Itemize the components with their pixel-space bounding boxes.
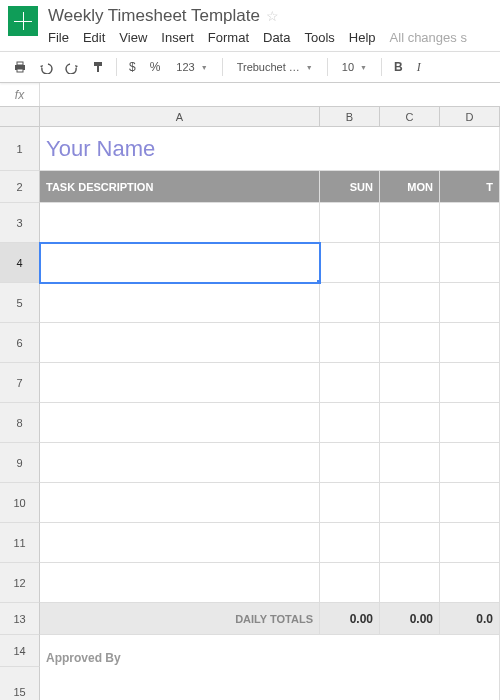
col-header-A[interactable]: A	[40, 107, 320, 127]
save-status: All changes s	[390, 30, 467, 45]
header-tue[interactable]: T	[440, 171, 500, 203]
row-header-14[interactable]: 14	[0, 635, 40, 667]
svg-rect-4	[97, 66, 99, 72]
menu-help[interactable]: Help	[349, 30, 376, 45]
menu-data[interactable]: Data	[263, 30, 290, 45]
row-header-3[interactable]: 3	[0, 203, 40, 243]
paint-format-icon[interactable]	[88, 57, 108, 77]
select-all-corner[interactable]	[0, 107, 40, 127]
cell-D12[interactable]	[440, 563, 500, 603]
cell-A9[interactable]	[40, 443, 320, 483]
row-header-9[interactable]: 9	[0, 443, 40, 483]
cell-D9[interactable]	[440, 443, 500, 483]
menu-tools[interactable]: Tools	[304, 30, 334, 45]
sheets-logo[interactable]	[8, 6, 38, 36]
cell-B9[interactable]	[320, 443, 380, 483]
cell-D5[interactable]	[440, 283, 500, 323]
row-header-7[interactable]: 7	[0, 363, 40, 403]
format-currency-button[interactable]: $	[125, 60, 140, 74]
row-header-15[interactable]: 15	[0, 667, 40, 700]
cell-A12[interactable]	[40, 563, 320, 603]
total-mon[interactable]: 0.00	[380, 603, 440, 635]
row-header-10[interactable]: 10	[0, 483, 40, 523]
font-family-dropdown[interactable]: Trebuchet …▼	[231, 58, 319, 76]
fx-label: fx	[0, 83, 40, 106]
cell-C12[interactable]	[380, 563, 440, 603]
document-title[interactable]: Weekly Timesheet Template	[48, 6, 260, 26]
cell-D11[interactable]	[440, 523, 500, 563]
cell-C3[interactable]	[380, 203, 440, 243]
cell-B6[interactable]	[320, 323, 380, 363]
cell-C6[interactable]	[380, 323, 440, 363]
row-header-11[interactable]: 11	[0, 523, 40, 563]
cell-D8[interactable]	[440, 403, 500, 443]
menu-format[interactable]: Format	[208, 30, 249, 45]
cell-C8[interactable]	[380, 403, 440, 443]
cell-B5[interactable]	[320, 283, 380, 323]
cell-B4[interactable]	[320, 243, 380, 283]
cell-D7[interactable]	[440, 363, 500, 403]
italic-button[interactable]: I	[413, 60, 425, 75]
row-header-8[interactable]: 8	[0, 403, 40, 443]
cell-B7[interactable]	[320, 363, 380, 403]
col-header-C[interactable]: C	[380, 107, 440, 127]
cell-D3[interactable]	[440, 203, 500, 243]
cell-B11[interactable]	[320, 523, 380, 563]
row-header-4[interactable]: 4	[0, 243, 40, 283]
star-icon[interactable]: ☆	[266, 8, 279, 24]
header-mon[interactable]: MON	[380, 171, 440, 203]
redo-icon[interactable]	[62, 57, 82, 77]
header-task-description[interactable]: TASK DESCRIPTION	[40, 171, 320, 203]
menu-view[interactable]: View	[119, 30, 147, 45]
row-header-2[interactable]: 2	[0, 171, 40, 203]
svg-rect-1	[17, 62, 23, 65]
cell-A1-name[interactable]: Your Name	[40, 127, 500, 171]
menu-edit[interactable]: Edit	[83, 30, 105, 45]
cell-A15[interactable]	[40, 667, 500, 700]
row-header-6[interactable]: 6	[0, 323, 40, 363]
cell-A3[interactable]	[40, 203, 320, 243]
format-number-dropdown[interactable]: 123▼	[170, 58, 213, 76]
print-icon[interactable]	[10, 57, 30, 77]
font-size-dropdown[interactable]: 10▼	[336, 58, 373, 76]
menu-file[interactable]: File	[48, 30, 69, 45]
cell-C11[interactable]	[380, 523, 440, 563]
cell-A5[interactable]	[40, 283, 320, 323]
cell-C4[interactable]	[380, 243, 440, 283]
row-header-5[interactable]: 5	[0, 283, 40, 323]
undo-icon[interactable]	[36, 57, 56, 77]
cell-C7[interactable]	[380, 363, 440, 403]
cell-A11[interactable]	[40, 523, 320, 563]
cell-A8[interactable]	[40, 403, 320, 443]
total-tue[interactable]: 0.0	[440, 603, 500, 635]
svg-rect-3	[94, 62, 102, 66]
cell-C5[interactable]	[380, 283, 440, 323]
cell-A6[interactable]	[40, 323, 320, 363]
approved-by-label[interactable]: Approved By	[40, 635, 500, 667]
header-sun[interactable]: SUN	[320, 171, 380, 203]
cell-B10[interactable]	[320, 483, 380, 523]
cell-D4[interactable]	[440, 243, 500, 283]
daily-totals-label[interactable]: DAILY TOTALS	[40, 603, 320, 635]
cell-A4-selected[interactable]	[40, 243, 320, 283]
row-header-12[interactable]: 12	[0, 563, 40, 603]
cell-C10[interactable]	[380, 483, 440, 523]
row-header-1[interactable]: 1	[0, 127, 40, 171]
col-header-D[interactable]: D	[440, 107, 500, 127]
cell-A10[interactable]	[40, 483, 320, 523]
menu-insert[interactable]: Insert	[161, 30, 194, 45]
bold-button[interactable]: B	[390, 60, 407, 74]
cell-D10[interactable]	[440, 483, 500, 523]
svg-rect-2	[17, 69, 23, 72]
cell-C9[interactable]	[380, 443, 440, 483]
formula-input[interactable]	[40, 83, 500, 106]
cell-D6[interactable]	[440, 323, 500, 363]
cell-A7[interactable]	[40, 363, 320, 403]
cell-B12[interactable]	[320, 563, 380, 603]
cell-B3[interactable]	[320, 203, 380, 243]
total-sun[interactable]: 0.00	[320, 603, 380, 635]
format-percent-button[interactable]: %	[146, 60, 165, 74]
row-header-13[interactable]: 13	[0, 603, 40, 635]
col-header-B[interactable]: B	[320, 107, 380, 127]
cell-B8[interactable]	[320, 403, 380, 443]
